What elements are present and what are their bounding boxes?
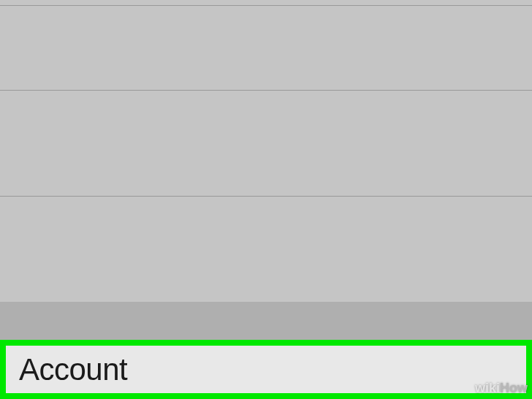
list-row-2[interactable] bbox=[0, 91, 532, 197]
account-label: Account bbox=[19, 352, 127, 387]
list-row-partial-top[interactable] bbox=[0, 0, 532, 6]
account-settings-row[interactable]: Account bbox=[0, 340, 532, 399]
section-divider bbox=[0, 302, 532, 340]
list-row-1[interactable] bbox=[0, 6, 532, 91]
list-row-3[interactable] bbox=[0, 197, 532, 302]
